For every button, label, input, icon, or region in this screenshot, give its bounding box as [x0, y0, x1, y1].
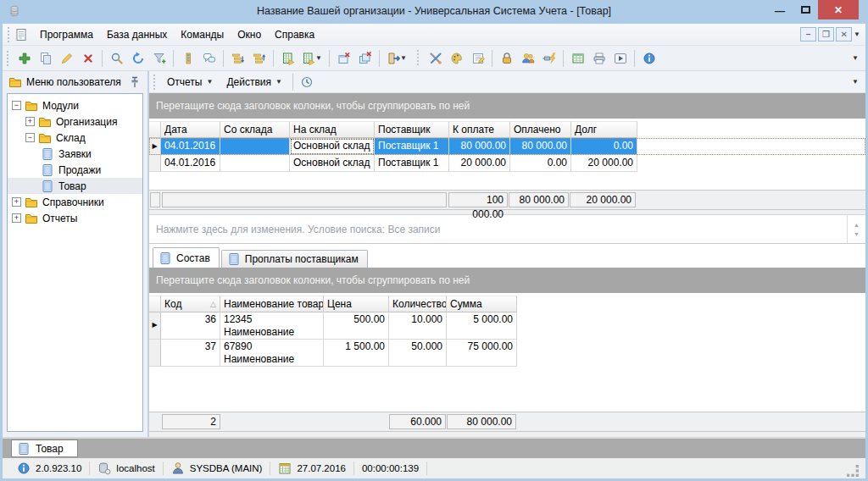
expand-expander-icon[interactable] [25, 117, 35, 126]
column-header-payable[interactable]: К оплате [449, 121, 510, 138]
scroll-down-icon[interactable] [854, 231, 860, 237]
palette-button[interactable] [446, 48, 467, 69]
column-header-sum[interactable]: Сумма [447, 296, 517, 312]
users-icon [521, 52, 535, 65]
menu-program[interactable]: Программа [33, 25, 100, 44]
search-button[interactable] [106, 48, 127, 69]
toolbar-grip-icon [153, 75, 157, 90]
video-button[interactable] [609, 48, 631, 69]
focused-cell[interactable]: Основной склад [290, 138, 375, 155]
user-icon [171, 462, 185, 475]
lock-button[interactable] [496, 48, 517, 69]
tab-sostav[interactable]: Состав [153, 247, 220, 268]
tree-expand-button[interactable] [227, 48, 248, 69]
folder-icon [8, 75, 22, 89]
mdi-close-button[interactable] [836, 27, 852, 41]
main-grid-totals: 100 000.00 80 000.00 20 000.00 [149, 190, 865, 210]
page-icon [159, 252, 172, 265]
expand-expander-icon[interactable] [12, 213, 21, 223]
tree-collapse-button[interactable] [248, 48, 270, 69]
detail-group-by-bar[interactable]: Перетащите сюда заголовок колонки, чтобы… [149, 268, 865, 293]
print-button[interactable] [588, 48, 609, 69]
tree-item-sklad[interactable]: Склад [8, 130, 142, 146]
minimize-button[interactable] [767, 0, 793, 19]
comments-button[interactable] [198, 48, 220, 69]
mdi-restore-button[interactable] [818, 27, 834, 41]
total-debt: 20 000.00 [570, 192, 636, 207]
column-header-supplier[interactable]: Поставщик [375, 121, 449, 138]
edit-button[interactable] [56, 48, 77, 69]
column-header-from-warehouse[interactable]: Со склада [220, 121, 290, 138]
table-row[interactable]: 37 67890 Наименование товара 2, шт 1 500… [149, 340, 865, 367]
tree-item-prodazhi[interactable]: Продажи [8, 162, 142, 178]
footer-record-count: 2 [162, 414, 220, 429]
column-header-code[interactable]: Код [161, 296, 220, 312]
close-window-button[interactable] [333, 48, 354, 69]
column-header-data[interactable]: Дата [161, 121, 220, 138]
users-button[interactable] [517, 48, 538, 69]
column-header-price[interactable]: Цена [324, 296, 389, 312]
expand-expander-icon[interactable] [12, 197, 21, 207]
filter-button[interactable] [148, 48, 170, 69]
tab-proplaty[interactable]: Проплаты поставщикам [221, 250, 368, 268]
indicator-button[interactable] [177, 48, 198, 69]
exit-button[interactable] [383, 48, 410, 69]
pin-icon[interactable] [128, 75, 142, 89]
toolbar-dropdown-caret-icon[interactable] [852, 54, 859, 62]
table-row[interactable]: 04.01.2016 Основной склад Поставщик 1 80… [149, 138, 865, 155]
tools-button[interactable] [425, 48, 446, 69]
tree-item-organizaciya[interactable]: Организация [8, 113, 142, 130]
refresh-button[interactable] [127, 48, 148, 69]
tree-item-tovar[interactable]: Товар [8, 178, 142, 194]
scroll-buttons [847, 215, 865, 243]
maximize-button[interactable] [793, 0, 818, 19]
excel-button[interactable] [277, 48, 298, 69]
mdi-minimize-button[interactable] [800, 27, 816, 41]
date-item: 27.07.2016 [270, 462, 353, 475]
delete-button[interactable] [77, 48, 98, 69]
table-row[interactable]: 36 12345 Наименование товара 1, л 500.00… [149, 312, 865, 340]
table-row[interactable]: 04.01.2016 Основной склад Поставщик 1 20… [149, 155, 865, 172]
info-icon [17, 462, 31, 475]
close-button[interactable] [818, 0, 859, 19]
column-header-quantity[interactable]: Количество [389, 296, 447, 312]
tree-item-zayavki[interactable]: Заявки [8, 146, 142, 162]
group-by-bar[interactable]: Перетащите сюда заголовок колонки, чтобы… [149, 93, 865, 119]
menu-help[interactable]: Справка [268, 25, 321, 44]
collapse-expander-icon[interactable] [12, 101, 21, 110]
menu-database[interactable]: База данных [100, 25, 174, 44]
actions-dropdown-button[interactable]: Действия [220, 74, 289, 91]
reports-dropdown-button[interactable]: Отчеты [160, 74, 220, 91]
close-all-button[interactable] [354, 48, 376, 69]
menu-window[interactable]: Окно [231, 25, 268, 44]
collapse-expander-icon[interactable] [25, 133, 35, 142]
tree-item-moduli[interactable]: Модули [8, 97, 142, 113]
window-title: Название Вашей организации - Универсальн… [3, 5, 865, 17]
column-header-product-name[interactable]: Наименование товара [220, 296, 324, 312]
search-condition-bar[interactable]: Нажмите здесь для изменения. Условие пои… [149, 215, 865, 244]
column-header-paid[interactable]: Оплачено [510, 121, 571, 138]
excel-button[interactable] [298, 48, 326, 69]
window-tab-tovar[interactable]: Товар [11, 440, 78, 457]
menu-commands[interactable]: Команды [174, 25, 231, 44]
column-header-to-warehouse[interactable]: На склад [290, 121, 375, 138]
tree-item-otchety[interactable]: Отчеты [8, 210, 142, 226]
power-button[interactable] [538, 48, 559, 69]
column-header-debt[interactable]: Долг [571, 121, 637, 138]
table-button[interactable] [567, 48, 588, 69]
tree-item-spravochniki[interactable]: Справочники [8, 194, 142, 210]
clock-button[interactable] [297, 72, 318, 92]
toolbar-dropdown-caret-icon[interactable] [852, 78, 859, 86]
main-toolbar [3, 46, 865, 71]
info-button[interactable] [638, 48, 659, 69]
chevron-down-icon [275, 78, 282, 86]
menubar-dropdown-caret-icon[interactable] [854, 30, 860, 38]
resize-grip-icon[interactable] [847, 465, 860, 478]
scroll-up-icon[interactable] [854, 222, 860, 228]
folder-icon [38, 131, 52, 145]
detail-grid-footer: 2 60.000 80 000.00 [149, 412, 865, 432]
form-editor-button[interactable] [467, 48, 488, 69]
copy-button[interactable] [35, 48, 56, 69]
add-button[interactable] [14, 48, 35, 69]
tree-expand-icon [231, 52, 245, 65]
